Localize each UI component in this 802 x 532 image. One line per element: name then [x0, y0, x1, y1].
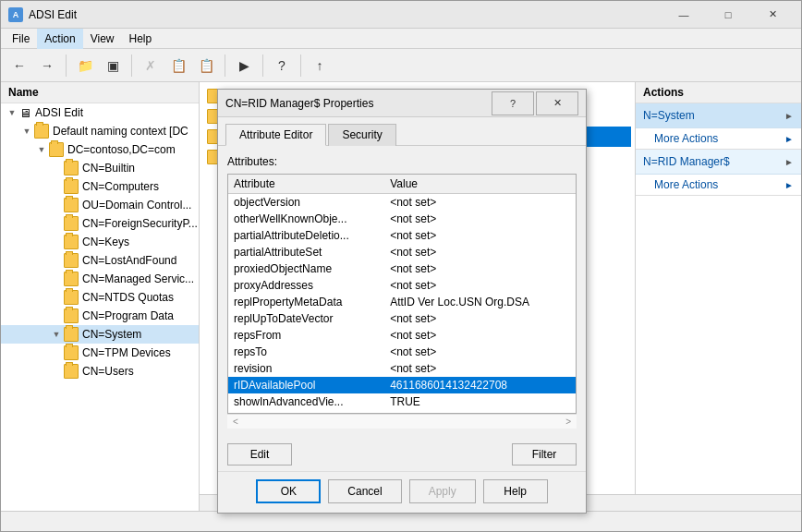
separator-1: [66, 54, 67, 77]
tree-item-tpm[interactable]: ▶ CN=TPM Devices: [1, 344, 199, 362]
menu-action[interactable]: Action: [37, 29, 82, 49]
dialog-close-button[interactable]: ✕: [536, 91, 578, 115]
folder-icon-users: [64, 364, 79, 379]
table-row[interactable]: otherWellKnownObje...<not set>: [228, 211, 576, 227]
tree-item-domain-control[interactable]: ▶ OU=Domain Control...: [1, 196, 199, 214]
tab-attribute-editor[interactable]: Attribute Editor: [225, 124, 326, 146]
dialog-title-text: CN=RID Manager$ Properties: [225, 97, 492, 110]
action-more-actions-system[interactable]: More Actions ►: [636, 128, 801, 149]
filter-button[interactable]: Filter: [512, 443, 577, 466]
table-row[interactable]: partialAttributeSet<not set>: [228, 244, 576, 260]
dialog-action-row: Edit Filter: [218, 438, 586, 471]
tree-panel: Name ▼ 🖥 ADSI Edit ▼ Default naming cont…: [1, 82, 200, 511]
minimize-button[interactable]: —: [662, 1, 705, 29]
window-title: ADSI Edit: [29, 8, 662, 21]
help-button[interactable]: Help: [483, 479, 548, 503]
back-button[interactable]: ←: [6, 53, 32, 79]
tree-item-foreign[interactable]: ▶ CN=ForeignSecurityP...: [1, 214, 199, 233]
apply-button[interactable]: Apply: [409, 479, 476, 503]
tree-item-builtin[interactable]: ▶ CN=Builtin: [1, 159, 199, 177]
cell-value-12: TRUE: [384, 393, 576, 410]
cell-attribute-5: proxyAddresses: [228, 277, 384, 294]
cell-value-9: <not set>: [384, 344, 576, 360]
cell-attribute-6: replPropertyMetaData: [228, 294, 384, 310]
tree-item-managed[interactable]: ▶ CN=Managed Servic...: [1, 270, 199, 288]
show-hide-button[interactable]: ▣: [100, 53, 126, 79]
tree-label-lost: CN=LostAndFound: [82, 254, 176, 267]
cancel-button[interactable]: Cancel: [328, 479, 401, 503]
table-row[interactable]: proxyAddresses<not set>: [228, 277, 576, 294]
cell-attribute-7: replUpToDateVector: [228, 310, 384, 327]
action-section-rid-header[interactable]: N=RID Manager$ ►: [636, 150, 801, 175]
tree-label-builtin: CN=Builtin: [82, 162, 135, 175]
tree-item-ntds[interactable]: ▶ CN=NTDS Quotas: [1, 288, 199, 307]
folder-icon-dc2: [64, 198, 79, 212]
table-row[interactable]: repsTo<not set>: [228, 344, 576, 360]
table-row[interactable]: proxiedObjectName<not set>: [228, 260, 576, 277]
up-button[interactable]: 📁: [72, 53, 98, 79]
tree-label-system: CN=System: [82, 328, 141, 341]
action-more-arrow-system: ►: [784, 134, 794, 144]
tree-item-computers[interactable]: ▶ CN=Computers: [1, 177, 199, 196]
edit-button[interactable]: Edit: [227, 443, 292, 466]
actions-panel: Actions N=System ► More Actions ►: [635, 82, 801, 494]
tree-item-keys[interactable]: ▶ CN=Keys: [1, 233, 199, 251]
menu-bar: File Action View Help: [1, 29, 801, 49]
table-row[interactable]: showInAdvancedVie...TRUE: [228, 393, 576, 410]
table-row[interactable]: replUpToDateVector<not set>: [228, 310, 576, 327]
scroll-right-indicator: >: [565, 417, 571, 427]
action-section-system-header[interactable]: N=System ►: [636, 103, 801, 128]
folder-icon-foreign: [64, 216, 79, 231]
close-button[interactable]: ✕: [751, 1, 794, 29]
dialog-help-button[interactable]: ?: [492, 91, 534, 115]
properties-dialog: CN=RID Manager$ Properties ? ✕ Attribute…: [217, 89, 587, 514]
tree-column-name: Name: [8, 86, 39, 99]
tree-item-program[interactable]: ▶ CN=Program Data: [1, 307, 199, 325]
menu-view[interactable]: View: [83, 29, 122, 49]
properties-button[interactable]: 📋: [165, 53, 191, 79]
cell-value-2: <not set>: [384, 227, 576, 244]
menu-file[interactable]: File: [5, 29, 37, 49]
folder-icon-ntds: [64, 290, 79, 305]
table-row[interactable]: repsFrom<not set>: [228, 327, 576, 344]
maximize-button[interactable]: □: [707, 1, 749, 29]
cell-attribute-4: proxiedObjectName: [228, 260, 384, 277]
cell-value-6: AttID Ver Loc.USN Org.DSA: [384, 294, 576, 310]
cell-attribute-0: objectVersion: [228, 194, 384, 212]
tree-root[interactable]: ▼ 🖥 ADSI Edit: [1, 103, 199, 122]
tree-item-users[interactable]: ▶ CN=Users: [1, 362, 199, 381]
tree-label-keys: CN=Keys: [82, 236, 129, 248]
tree-item-lost[interactable]: ▶ CN=LostAndFound: [1, 251, 199, 270]
tab-attribute-editor-label: Attribute Editor: [239, 128, 312, 141]
action-more-actions-system-label: More Actions: [654, 132, 718, 145]
computer-icon: 🖥: [19, 106, 31, 120]
action-more-actions-rid[interactable]: More Actions ►: [636, 175, 801, 195]
tree-label-default: Default naming context [DC: [53, 125, 188, 138]
tree-label-program: CN=Program Data: [82, 309, 174, 322]
tab-bar: Attribute Editor Security: [218, 117, 586, 146]
tree-label-computers: CN=Computers: [82, 180, 159, 193]
delete-button[interactable]: ✗: [138, 53, 164, 79]
tree-item-system[interactable]: ▼ CN=System: [1, 325, 199, 344]
table-row[interactable]: partialAttributeDeletio...<not set>: [228, 227, 576, 244]
run-button[interactable]: ▶: [231, 53, 257, 79]
forward-button[interactable]: →: [34, 53, 60, 79]
ok-button[interactable]: OK: [256, 479, 321, 503]
table-row[interactable]: revision<not set>: [228, 360, 576, 377]
action-section-rid: N=RID Manager$ ► More Actions ►: [636, 150, 801, 196]
tab-security[interactable]: Security: [328, 124, 395, 146]
up-level-button[interactable]: ↑: [307, 53, 333, 79]
copy-button[interactable]: 📋: [193, 53, 219, 79]
dialog-bottom-row: OK Cancel Apply Help: [218, 471, 586, 513]
tree-item-default-naming[interactable]: ▼ Default naming context [DC: [1, 122, 199, 140]
help-toolbar-button[interactable]: ?: [269, 53, 295, 79]
table-row[interactable]: rIDAvailablePool4611686014132422708: [228, 377, 576, 393]
cell-value-4: <not set>: [384, 260, 576, 277]
menu-help[interactable]: Help: [122, 29, 160, 49]
attributes-table-container[interactable]: Attribute Value objectVersion<not set>ot…: [227, 174, 577, 414]
cell-attribute-11: rIDAvailablePool: [228, 377, 384, 393]
cell-value-3: <not set>: [384, 244, 576, 260]
table-row[interactable]: objectVersion<not set>: [228, 194, 576, 212]
tree-item-dc[interactable]: ▼ DC=contoso,DC=com: [1, 140, 199, 159]
table-row[interactable]: replPropertyMetaDataAttID Ver Loc.USN Or…: [228, 294, 576, 310]
